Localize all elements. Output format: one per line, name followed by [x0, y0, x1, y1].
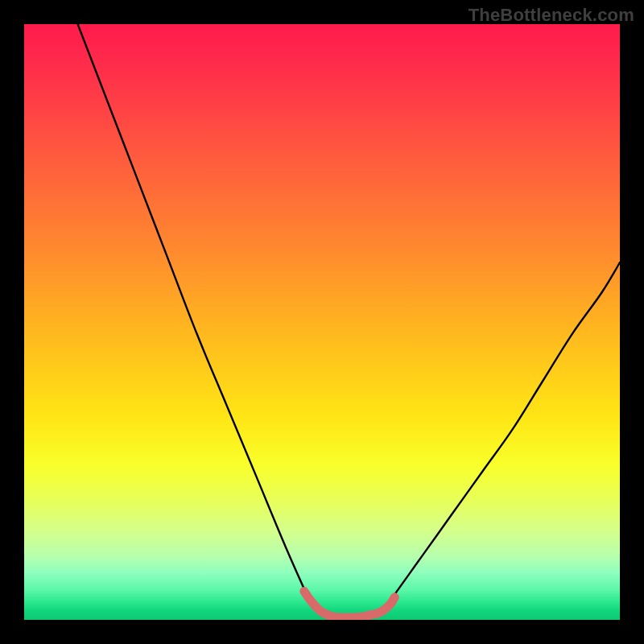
watermark-text: TheBottleneck.com — [469, 5, 634, 26]
chart-svg — [24, 24, 620, 620]
valley-highlight — [304, 591, 394, 617]
curve-right — [394, 262, 620, 596]
plot-area — [24, 24, 620, 620]
chart-frame: TheBottleneck.com — [0, 0, 644, 644]
curve-left — [78, 24, 311, 602]
